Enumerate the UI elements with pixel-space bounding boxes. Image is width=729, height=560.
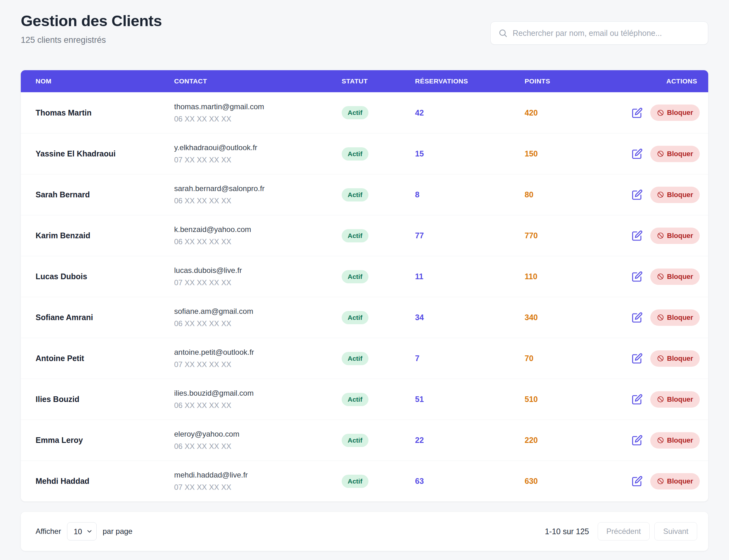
- points-count: 510: [525, 395, 632, 404]
- edit-button[interactable]: [632, 148, 643, 159]
- client-email: antoine.petit@outlook.fr: [174, 348, 342, 357]
- client-email: k.benzaid@yahoo.com: [174, 225, 342, 234]
- pagination-controls: 1-10 sur 125 Précédent Suivant: [545, 522, 697, 540]
- block-button-label: Bloquer: [667, 436, 693, 444]
- block-button[interactable]: Bloquer: [650, 432, 700, 449]
- client-status-cell: Actif: [342, 188, 415, 201]
- table-body: Thomas Martin thomas.martin@gmail.com 06…: [21, 92, 708, 501]
- per-page-select-wrap: 10: [67, 522, 97, 540]
- client-name: Yassine El Khadraoui: [36, 149, 174, 158]
- ban-icon: [657, 437, 664, 444]
- client-email: sofiane.am@gmail.com: [174, 307, 342, 316]
- previous-button[interactable]: Précédent: [598, 522, 650, 540]
- status-badge: Actif: [342, 311, 369, 324]
- edit-icon: [632, 435, 643, 446]
- client-contact: k.benzaid@yahoo.com 06 XX XX XX XX: [174, 225, 342, 246]
- table-row: Thomas Martin thomas.martin@gmail.com 06…: [21, 92, 708, 133]
- status-badge: Actif: [342, 229, 369, 242]
- client-email: sarah.bernard@salonpro.fr: [174, 184, 342, 193]
- row-actions: Bloquer: [632, 228, 700, 244]
- reservations-count: 42: [415, 108, 525, 117]
- client-phone: 07 XX XX XX XX: [174, 156, 342, 164]
- edit-button[interactable]: [632, 435, 643, 446]
- edit-button[interactable]: [632, 230, 643, 241]
- reservations-count: 22: [415, 436, 525, 445]
- client-contact: lucas.dubois@live.fr 07 XX XX XX XX: [174, 266, 342, 287]
- page-header: Gestion des Clients 125 clients enregist…: [21, 12, 708, 45]
- page-title: Gestion des Clients: [21, 12, 162, 30]
- ban-icon: [657, 232, 664, 239]
- per-page-select[interactable]: 10: [67, 522, 97, 540]
- status-badge: Actif: [342, 147, 369, 161]
- col-header-nom: NOM: [36, 77, 174, 85]
- client-contact: sarah.bernard@salonpro.fr 06 XX XX XX XX: [174, 184, 342, 205]
- block-button[interactable]: Bloquer: [650, 350, 700, 367]
- row-actions: Bloquer: [632, 350, 700, 367]
- client-phone: 06 XX XX XX XX: [174, 196, 342, 205]
- ban-icon: [657, 355, 664, 362]
- client-phone: 07 XX XX XX XX: [174, 360, 342, 369]
- client-name: Emma Leroy: [36, 436, 174, 445]
- block-button[interactable]: Bloquer: [650, 309, 700, 326]
- ban-icon: [657, 150, 664, 157]
- client-status-cell: Actif: [342, 352, 415, 365]
- block-button-label: Bloquer: [667, 477, 693, 485]
- table-row: Antoine Petit antoine.petit@outlook.fr 0…: [21, 338, 708, 379]
- points-count: 220: [525, 436, 632, 445]
- per-page-label: par page: [103, 527, 133, 536]
- client-contact: eleroy@yahoo.com 06 XX XX XX XX: [174, 430, 342, 451]
- edit-button[interactable]: [632, 271, 643, 282]
- col-header-statut: STATUT: [342, 77, 415, 85]
- client-status-cell: Actif: [342, 270, 415, 283]
- edit-icon: [632, 271, 643, 282]
- edit-button[interactable]: [632, 107, 643, 118]
- reservations-count: 15: [415, 149, 525, 158]
- row-actions: Bloquer: [632, 309, 700, 326]
- client-status-cell: Actif: [342, 475, 415, 488]
- row-actions: Bloquer: [632, 473, 700, 489]
- col-header-points: POINTS: [525, 77, 632, 85]
- ban-icon: [657, 478, 664, 485]
- points-count: 150: [525, 149, 632, 158]
- edit-button[interactable]: [632, 394, 643, 405]
- client-name: Ilies Bouzid: [36, 395, 174, 404]
- edit-button[interactable]: [632, 189, 643, 200]
- table-row: Lucas Dubois lucas.dubois@live.fr 07 XX …: [21, 256, 708, 297]
- edit-button[interactable]: [632, 312, 643, 323]
- points-count: 630: [525, 477, 632, 486]
- client-name: Sofiane Amrani: [36, 313, 174, 322]
- block-button[interactable]: Bloquer: [650, 187, 700, 203]
- block-button[interactable]: Bloquer: [650, 105, 700, 121]
- edit-icon: [632, 353, 643, 364]
- client-contact: y.elkhadraoui@outlook.fr 07 XX XX XX XX: [174, 143, 342, 164]
- client-contact: thomas.martin@gmail.com 06 XX XX XX XX: [174, 102, 342, 123]
- status-badge: Actif: [342, 352, 369, 365]
- block-button[interactable]: Bloquer: [650, 269, 700, 285]
- block-button[interactable]: Bloquer: [650, 391, 700, 408]
- block-button[interactable]: Bloquer: [650, 473, 700, 489]
- client-name: Lucas Dubois: [36, 272, 174, 281]
- search-input[interactable]: [513, 29, 700, 38]
- table-header-row: NOM CONTACT STATUT RÉSERVATIONS POINTS A…: [21, 70, 708, 92]
- client-phone: 06 XX XX XX XX: [174, 442, 342, 451]
- edit-icon: [632, 230, 643, 241]
- row-actions: Bloquer: [632, 269, 700, 285]
- client-status-cell: Actif: [342, 434, 415, 447]
- client-email: y.elkhadraoui@outlook.fr: [174, 143, 342, 152]
- next-button[interactable]: Suivant: [654, 522, 697, 540]
- block-button[interactable]: Bloquer: [650, 228, 700, 244]
- edit-button[interactable]: [632, 476, 643, 487]
- client-phone: 06 XX XX XX XX: [174, 401, 342, 410]
- per-page-controls: Afficher 10 par page: [36, 522, 133, 540]
- block-button[interactable]: Bloquer: [650, 146, 700, 162]
- row-actions: Bloquer: [632, 432, 700, 449]
- col-header-contact: CONTACT: [174, 77, 342, 85]
- client-name: Sarah Bernard: [36, 190, 174, 199]
- table-row: Sarah Bernard sarah.bernard@salonpro.fr …: [21, 174, 708, 215]
- show-label: Afficher: [36, 527, 61, 536]
- points-count: 110: [525, 272, 632, 281]
- edit-button[interactable]: [632, 353, 643, 364]
- table-row: Yassine El Khadraoui y.elkhadraoui@outlo…: [21, 133, 708, 174]
- block-button-label: Bloquer: [667, 191, 693, 199]
- client-email: mehdi.haddad@live.fr: [174, 471, 342, 479]
